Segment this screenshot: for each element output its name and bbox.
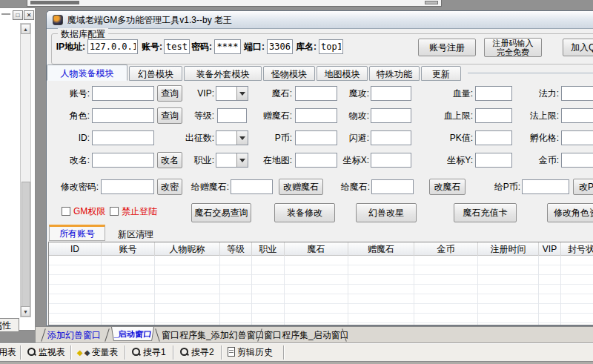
tab-monster[interactable]: 怪物模块	[263, 66, 315, 81]
hatch-slot-label: 孵化格:	[500, 130, 559, 145]
mp-max-label: 法上限:	[500, 108, 559, 123]
give-moshi-label: 给魔石:	[311, 179, 370, 194]
role-data-modify-button[interactable]: 修改角色资料	[547, 203, 593, 222]
give-moshi-input[interactable]	[371, 179, 414, 194]
col-id[interactable]: ID	[49, 242, 102, 256]
app-icon	[53, 15, 63, 25]
col-level[interactable]: 等级	[220, 242, 252, 256]
col-moshi[interactable]: 魔石	[285, 242, 348, 256]
give-pcoin-input[interactable]	[522, 179, 569, 194]
gm-permission-checkbox[interactable]	[62, 207, 70, 216]
table-gridline	[477, 256, 478, 325]
clipped-title-text	[30, 1, 79, 4]
gold-input[interactable]	[561, 153, 593, 168]
job-label: 职业:	[155, 153, 214, 168]
account-input[interactable]	[92, 86, 154, 101]
hp-label: 血量:	[414, 86, 473, 101]
restore-icon[interactable]: □	[13, 10, 23, 20]
change-pcoin-button[interactable]: 改P币	[573, 179, 593, 195]
col-gold[interactable]: 金币	[414, 242, 478, 256]
dodge-input[interactable]	[371, 130, 411, 145]
tab-update[interactable]: 更新	[421, 66, 461, 81]
panel-scrollbar[interactable]: ▲ ▼	[20, 23, 31, 317]
phys-atk-input[interactable]	[371, 108, 411, 123]
magic-atk-input[interactable]	[371, 86, 411, 101]
moshi-trade-query-button[interactable]: 魔石交易查询	[191, 203, 251, 222]
role-input[interactable]	[92, 108, 154, 123]
accounts-table[interactable]: ID 账号 人物昵称 等级 职业 魔石 赠魔石 金币 注册时间 VIP 封号状态	[48, 242, 593, 325]
rename-input[interactable]	[92, 153, 154, 168]
toolbar-separator	[173, 345, 173, 360]
dodge-label: 闪避:	[310, 130, 369, 145]
ban-login-label: 禁止登陆	[122, 204, 173, 219]
mp-label: 法力:	[500, 86, 559, 101]
tab-special[interactable]: 特殊功能	[369, 66, 420, 81]
toolbar-search2[interactable]: 搜寻2	[179, 343, 214, 362]
tab-character-equip[interactable]: 人物装备模块	[47, 64, 127, 81]
close-icon[interactable]: ✕	[24, 10, 34, 20]
hatch-slot-input[interactable]	[561, 130, 593, 145]
equip-modify-button[interactable]: 装备修改	[274, 203, 335, 222]
moshi-card-button[interactable]: 魔石充值卡	[454, 203, 517, 222]
title-bar[interactable]: 魔域老端GM多功能管理工具v1.3--by 老王	[47, 11, 593, 29]
search-icon	[179, 347, 189, 357]
col-register-time[interactable]: 注册时间	[478, 242, 539, 256]
toolbar-clip-history[interactable]: 剪辑历史	[228, 343, 273, 362]
gold-label: 金币:	[500, 153, 559, 168]
col-zengmoshi[interactable]: 赠魔石	[348, 242, 414, 256]
mp-max-input[interactable]	[561, 108, 593, 123]
coord-x-input[interactable]	[371, 153, 411, 168]
col-ban-status[interactable]: 封号状态	[561, 242, 593, 256]
ip-input[interactable]	[87, 39, 138, 54]
register-account-button[interactable]: 账号注册	[418, 39, 476, 56]
table-gridline	[101, 256, 102, 325]
diamond-icon: ◆	[85, 348, 90, 357]
tab-map[interactable]: 地图模块	[317, 66, 368, 81]
ban-login-checkbox[interactable]	[110, 207, 119, 216]
tab-equip-coat[interactable]: 装备外套模块	[184, 66, 262, 81]
db-name-input[interactable]	[319, 39, 343, 54]
magic-atk-label: 魔攻:	[310, 86, 369, 101]
toolbar-watch-table[interactable]: 监视表	[27, 343, 65, 362]
scrollbar-thumb[interactable]	[21, 182, 30, 308]
change-moshi-button[interactable]: 改魔石	[429, 179, 466, 195]
col-job[interactable]: 职业	[252, 242, 285, 256]
designer-tab-progset-add-pet[interactable]: 窗口程序集_添加幻兽窗口	[162, 327, 256, 343]
toolbar-search1[interactable]: 搜寻1	[131, 343, 166, 362]
search2-label: 搜寻2	[191, 347, 214, 357]
background-window-sliver	[27, 0, 442, 7]
tab-new-zone-clean[interactable]: 新区清理	[109, 228, 162, 241]
window-title: 魔域老端GM多功能管理工具v1.3--by 老王	[67, 11, 232, 29]
tab-all-accounts[interactable]: 所有账号	[49, 225, 105, 241]
pet-star-button[interactable]: 幻兽改星	[356, 203, 417, 222]
vip-label: VIP:	[155, 86, 214, 101]
db-user-input[interactable]	[164, 39, 190, 54]
toolbar-call-table[interactable]: 调用表	[0, 343, 16, 362]
magnifier-icon	[27, 347, 36, 357]
give-zengmoshi-input[interactable]	[231, 179, 273, 194]
tab-slant	[105, 328, 110, 341]
id-input[interactable]	[92, 130, 154, 145]
table-body[interactable]	[49, 256, 593, 325]
tab-pet[interactable]: 幻兽模块	[129, 66, 182, 81]
regcode-free-button[interactable]: 注册码输入完全免费	[484, 38, 542, 57]
designer-tab-progset-start[interactable]: 窗口程序集_启动窗口	[264, 327, 341, 343]
designer-tab-add-pet-window[interactable]: 添加幻兽窗口	[46, 327, 102, 343]
designer-tab-start-window[interactable]: _启动窗口	[111, 327, 154, 341]
join-group-button[interactable]: 加入Q	[563, 39, 593, 56]
scroll-up-icon[interactable]: ▲	[21, 24, 30, 34]
zengmoshi-label: 赠魔石:	[233, 108, 292, 123]
col-vip[interactable]: VIP	[539, 242, 561, 256]
toolbar-separator	[283, 345, 284, 360]
toolbar-variable-table[interactable]: ◆◆变量表	[77, 343, 118, 362]
diamond-icon: ◆	[77, 348, 83, 357]
col-nickname[interactable]: 人物昵称	[155, 242, 220, 256]
ide-workspace: □ ✕ ▲ ▼ 属性 魔域老端GM多功能管理工具v1.3--by 老王 数据库配…	[0, 0, 593, 364]
db-port-input[interactable]	[267, 39, 293, 54]
mp-input[interactable]	[561, 86, 593, 101]
scroll-down-icon[interactable]: ▼	[21, 306, 30, 317]
change-password-input[interactable]	[101, 179, 154, 194]
properties-tab[interactable]: 属性	[0, 318, 19, 332]
col-account[interactable]: 账号	[102, 242, 155, 256]
db-pass-input[interactable]	[214, 39, 241, 54]
